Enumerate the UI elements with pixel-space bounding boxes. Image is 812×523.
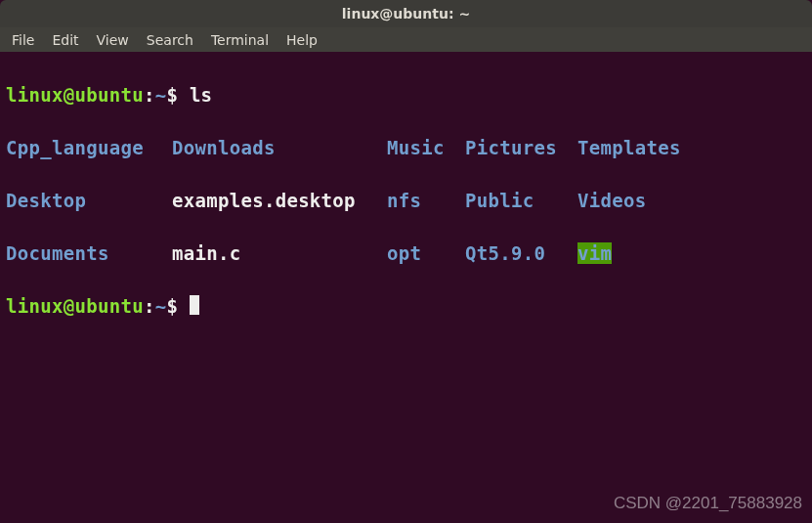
entry-main-c: main.c — [172, 240, 387, 267]
entry-documents: Documents — [6, 240, 172, 267]
prompt-user: linux@ubuntu — [6, 295, 144, 317]
ls-row-2: Desktopexamples.desktopnfsPublicVideos — [6, 188, 806, 214]
terminal-output[interactable]: linux@ubuntu:~$ ls Cpp_languageDownloads… — [0, 52, 812, 350]
menu-terminal[interactable]: Terminal — [203, 30, 277, 50]
window-titlebar: linux@ubuntu: ~ — [0, 0, 812, 27]
prompt-line-1: linux@ubuntu:~$ ls — [6, 82, 806, 109]
ls-row-1: Cpp_languageDownloadsMusicPicturesTempla… — [6, 135, 806, 161]
entry-templates: Templates — [577, 135, 681, 161]
prompt-line-2: linux@ubuntu:~$ — [6, 293, 806, 320]
prompt-colon: : — [144, 84, 155, 106]
prompt-sigil: $ — [166, 84, 178, 106]
prompt-sigil: $ — [166, 295, 178, 317]
entry-downloads: Downloads — [172, 135, 387, 161]
watermark: CSDN @2201_75883928 — [614, 494, 802, 513]
entry-videos: Videos — [577, 188, 646, 214]
entry-nfs: nfs — [387, 188, 465, 214]
entry-music: Music — [387, 135, 465, 161]
prompt-user: linux@ubuntu — [6, 84, 144, 106]
prompt-path: ~ — [155, 295, 167, 317]
entry-qt: Qt5.9.0 — [465, 240, 577, 267]
menubar: File Edit View Search Terminal Help — [0, 27, 812, 52]
terminal-cursor — [190, 295, 199, 315]
entry-desktop: Desktop — [6, 188, 172, 214]
menu-edit[interactable]: Edit — [44, 30, 86, 50]
menu-help[interactable]: Help — [278, 30, 325, 50]
typed-command: ls — [190, 84, 212, 106]
menu-view[interactable]: View — [89, 30, 137, 50]
entry-cpp-language: Cpp_language — [6, 135, 172, 161]
entry-examples-desktop: examples.desktop — [172, 188, 387, 214]
menu-search[interactable]: Search — [139, 30, 201, 50]
entry-pictures: Pictures — [465, 135, 577, 161]
entry-public: Public — [465, 188, 577, 214]
window-title: linux@ubuntu: ~ — [342, 6, 470, 22]
entry-vim: vim — [577, 242, 612, 264]
prompt-colon: : — [144, 295, 155, 317]
entry-opt: opt — [387, 240, 465, 267]
ls-row-3: Documentsmain.coptQt5.9.0vim — [6, 240, 806, 267]
prompt-path: ~ — [155, 84, 167, 106]
menu-file[interactable]: File — [4, 30, 42, 50]
